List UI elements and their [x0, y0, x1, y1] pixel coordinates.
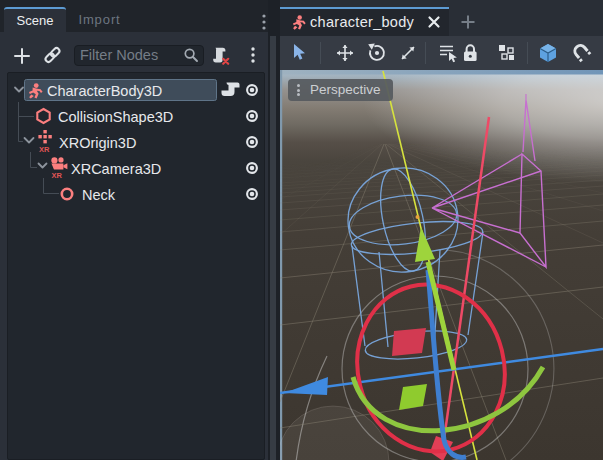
svg-text:XR: XR	[51, 171, 62, 180]
svg-text:XROrigin3D: XROrigin3D	[59, 135, 136, 151]
svg-text:CharacterBody3D: CharacterBody3D	[47, 83, 162, 99]
svg-text:XR: XR	[39, 145, 50, 154]
svg-text:XRCamera3D: XRCamera3D	[71, 161, 161, 177]
svg-text:CollisionShape3D: CollisionShape3D	[58, 109, 173, 125]
svg-text:Neck: Neck	[82, 187, 116, 203]
